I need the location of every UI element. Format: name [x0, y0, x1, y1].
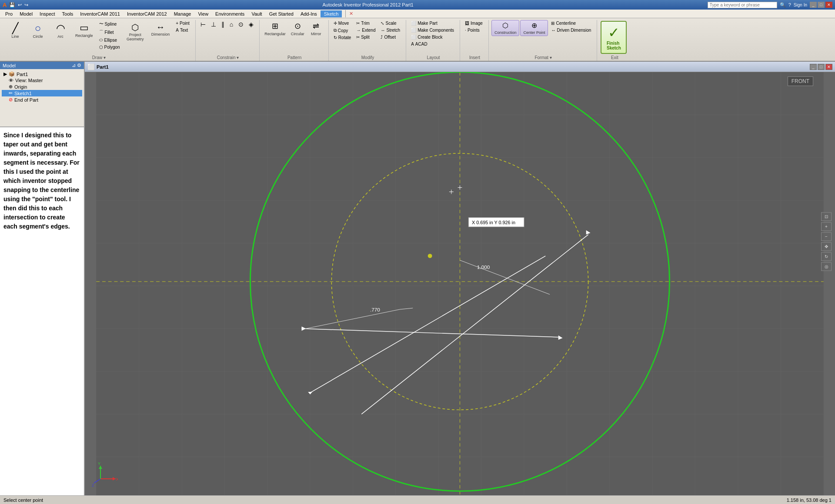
polygon-btn[interactable]: ⬡ Polygon [97, 44, 122, 50]
text-btn[interactable]: A Text [174, 27, 192, 33]
scale-btn[interactable]: ⤡ Scale [378, 20, 402, 27]
circle-btn[interactable]: ○ Circle [27, 20, 49, 41]
copy-label: Copy [338, 28, 348, 33]
help-icon[interactable]: ? [788, 2, 791, 7]
signin-btn[interactable]: Sign In [794, 3, 807, 7]
point-btn[interactable]: + Point [174, 20, 192, 27]
offset-label: Offset [384, 35, 396, 40]
maximize-btn[interactable]: □ [818, 2, 825, 8]
image-btn[interactable]: 🖼 Image [463, 20, 485, 27]
model-filter-icon[interactable]: ⊿ [72, 63, 76, 68]
create-block-btn[interactable]: ⬜ Create Block [409, 34, 456, 40]
zoom-extent-btn[interactable]: ⊡ [821, 212, 832, 221]
copy-btn[interactable]: ⧉ Copy [331, 27, 353, 34]
tree-item-sketch1[interactable]: ✏ Sketch1 [2, 90, 82, 96]
zoom-out-btn[interactable]: − [821, 232, 832, 241]
constrain-btn4[interactable]: ⌂ [227, 20, 235, 29]
offset-btn[interactable]: ⤴ Offset [378, 34, 402, 40]
constrain-btn5[interactable]: ⊙ [236, 20, 246, 29]
model-settings-icon[interactable]: ⚙ [77, 63, 81, 68]
spline-btn[interactable]: 〜 Spline [97, 20, 122, 28]
line-btn[interactable]: ╱ Line [4, 20, 26, 41]
fillet-btn[interactable]: ⌒ Fillet [97, 28, 122, 36]
menu-get-started[interactable]: Get Started [266, 10, 297, 17]
centerline-btn[interactable]: ⊞ Centerline [549, 20, 593, 27]
split-btn[interactable]: ✂ Split [354, 34, 377, 40]
format-small: ⊞ Centerline ↔ Driven Dimension [549, 20, 593, 33]
finish-sketch-btn[interactable]: ✓ FinishSketch [601, 21, 627, 54]
fillet-label: Fillet [105, 30, 114, 35]
menu-environments[interactable]: Environments [212, 10, 248, 17]
menu-view[interactable]: View [194, 10, 212, 17]
extend-btn[interactable]: → Extend [354, 27, 377, 33]
circle-icon: ○ [35, 22, 41, 34]
insert-cols: 🖼 Image · Points [463, 20, 485, 33]
svg-marker-50 [113, 477, 116, 481]
menu-inventorcam2011[interactable]: InventorCAM 2011 [77, 10, 124, 17]
make-part-btn[interactable]: ⬜ Make Part [409, 20, 456, 27]
menu-model[interactable]: Model [16, 10, 36, 17]
ellipse-btn[interactable]: ⬭ Ellipse [97, 36, 122, 43]
driven-dimension-btn[interactable]: ↔ Driven Dimension [549, 27, 593, 33]
constrain-btn3[interactable]: ∥ [219, 20, 227, 29]
canvas-area[interactable]: X 0.695 in Y 0.926 in .770 1.000 FRONT ⊡… [85, 72, 835, 495]
model-panel-title: Model [3, 63, 16, 68]
menu-exit[interactable]: ✕ [345, 10, 357, 17]
finish-sketch-label: FinishSketch [607, 41, 621, 50]
constrain-btn2[interactable]: ⊥ [209, 20, 218, 29]
insert-group-label: Insert [461, 55, 488, 60]
menu-sketch[interactable]: Sketch [321, 10, 342, 17]
image-label: Image [471, 21, 483, 26]
menu-pro[interactable]: Pro [2, 10, 16, 17]
zoom-in-btn[interactable]: + [821, 222, 832, 231]
redo-icon[interactable]: ↪ [24, 2, 28, 8]
close-btn[interactable]: ✕ [825, 2, 832, 8]
search-input[interactable] [708, 2, 777, 8]
trim-btn[interactable]: ✂ Trim [354, 20, 377, 27]
acad-btn[interactable]: A ACAD [409, 41, 456, 47]
minimize-btn[interactable]: _ [810, 2, 817, 8]
search-icon[interactable]: 🔍 [780, 2, 786, 8]
app-logo-icon: A [3, 2, 7, 8]
viewport-max-btn[interactable]: □ [818, 64, 825, 70]
project-geometry-btn[interactable]: ⬡ ProjectGeometry [123, 20, 147, 43]
circular-btn[interactable]: ⊙ Circular [289, 20, 307, 37]
layout-cols: ⬜ Make Part ⬜ Make Components ⬜ Create B… [409, 20, 456, 47]
tree-item-view-master[interactable]: 👁 View: Master [2, 77, 82, 83]
project-geometry-label: ProjectGeometry [127, 33, 144, 41]
menu-add-ins[interactable]: Add-Ins [297, 10, 321, 17]
rectangular-btn[interactable]: ⊞ Rectangular [262, 20, 288, 37]
menu-vault[interactable]: Vault [248, 10, 265, 17]
stretch-btn[interactable]: ↔ Stretch [378, 27, 402, 33]
rotate-btn[interactable]: ↻ Rotate [331, 34, 353, 41]
dimension-label: Dimension [151, 32, 170, 36]
center-point-btn[interactable]: ⊕ Center Point [520, 20, 548, 36]
dimension-btn[interactable]: ↔ Dimension [148, 20, 173, 39]
construction-btn[interactable]: ⬡ Construction [491, 20, 520, 36]
nav-tools: ⊡ + − ✥ ↻ ◎ [821, 212, 832, 271]
arc-btn[interactable]: ◠ Arc [50, 20, 71, 41]
tree-item-part1[interactable]: ▶ 📦 Part1 [2, 71, 82, 77]
rectangle-btn[interactable]: ▭ Rectangle [72, 20, 96, 40]
fillet-icon: ⌒ [99, 29, 104, 35]
points-btn[interactable]: · Points [463, 27, 485, 33]
constrain-btn6[interactable]: ◈ [247, 20, 256, 29]
menu-tools[interactable]: Tools [59, 10, 77, 17]
menu-manage[interactable]: Manage [170, 10, 195, 17]
tree-item-end-of-part[interactable]: ⊘ End of Part [2, 96, 82, 103]
make-components-btn[interactable]: ⬜ Make Components [409, 27, 456, 33]
pan-btn[interactable]: ✥ [821, 242, 832, 251]
menu-inspect[interactable]: Inspect [36, 10, 58, 17]
viewport-close-btn[interactable]: ✕ [825, 64, 832, 70]
tree-item-origin[interactable]: ⊕ Origin [2, 83, 82, 90]
menu-inventorcam2012[interactable]: InventorCAM 2012 [124, 10, 170, 17]
constrain-btn1[interactable]: ⊢ [198, 20, 208, 29]
undo-icon[interactable]: ↩ [18, 2, 22, 8]
quick-save-icon[interactable]: 💾 [9, 2, 15, 8]
mirror-btn[interactable]: ⇌ Mirror [307, 20, 325, 37]
move-btn[interactable]: ✛ Move [331, 20, 353, 27]
orbit-btn[interactable]: ↻ [821, 252, 832, 261]
rotate-icon: ↻ [334, 35, 337, 40]
viewport-min-btn[interactable]: _ [810, 64, 817, 70]
look-btn[interactable]: ◎ [821, 262, 832, 271]
